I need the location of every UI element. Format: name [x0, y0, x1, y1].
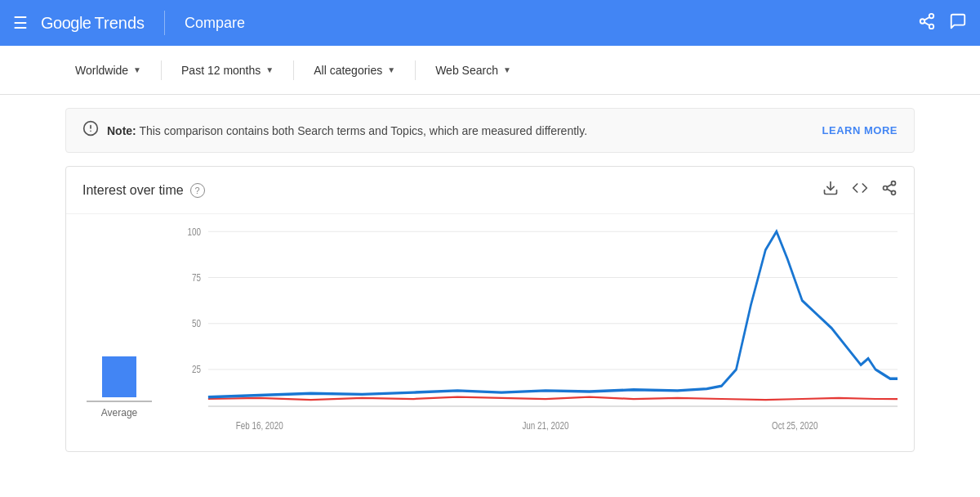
note-bold: Note: — [107, 124, 136, 137]
time-filter[interactable]: Past 12 months ▼ — [172, 57, 283, 83]
svg-text:Jun 21, 2020: Jun 21, 2020 — [522, 420, 568, 431]
chart-header-icons — [822, 180, 898, 200]
svg-text:100: 100 — [187, 226, 200, 237]
avg-bar-container: Average — [87, 356, 152, 419]
note-banner: Note: This comparison contains both Sear… — [65, 108, 915, 153]
chart-help-icon[interactable]: ? — [190, 183, 205, 198]
svg-line-3 — [924, 22, 929, 25]
red-trend-line — [208, 397, 898, 400]
search-type-filter[interactable]: Web Search ▼ — [425, 57, 521, 83]
region-filter[interactable]: Worldwide ▼ — [65, 57, 151, 83]
svg-text:Oct 25, 2020: Oct 25, 2020 — [772, 420, 818, 431]
chart-area: Average 100 75 50 25 — [66, 214, 914, 451]
embed-icon[interactable] — [852, 180, 868, 200]
header-divider — [164, 11, 165, 35]
chart-share-icon[interactable] — [881, 180, 898, 200]
category-filter[interactable]: All categories ▼ — [304, 57, 405, 83]
hamburger-menu-icon[interactable]: ☰ — [13, 13, 28, 33]
note-info-icon — [82, 120, 99, 141]
filter-bar: Worldwide ▼ Past 12 months ▼ All categor… — [0, 46, 980, 95]
page-title: Compare — [185, 15, 245, 32]
search-type-label: Web Search — [435, 64, 498, 77]
download-icon[interactable] — [822, 180, 839, 200]
time-arrow-icon: ▼ — [265, 65, 274, 74]
svg-text:50: 50 — [192, 318, 201, 329]
share-icon[interactable] — [918, 12, 936, 34]
chart-header: Interest over time ? — [66, 167, 914, 214]
svg-line-4 — [924, 16, 929, 20]
chart-legend-average: Average — [74, 222, 164, 443]
chart-section: Interest over time ? — [65, 166, 915, 452]
filter-separator-2 — [293, 60, 294, 80]
svg-line-12 — [887, 189, 892, 191]
note-text: Note: This comparison contains both Sear… — [107, 124, 814, 137]
svg-text:Feb 16, 2020: Feb 16, 2020 — [236, 420, 283, 431]
filter-separator-3 — [415, 60, 416, 80]
region-arrow-icon: ▼ — [133, 65, 141, 74]
category-arrow-icon: ▼ — [387, 65, 395, 74]
chart-main: 100 75 50 25 Feb 16, 2020 Jun 21, 2020 O… — [164, 222, 898, 443]
svg-text:25: 25 — [192, 364, 201, 374]
chart-svg: 100 75 50 25 Feb 16, 2020 Jun 21, 2020 O… — [164, 222, 898, 443]
time-label: Past 12 months — [181, 64, 261, 77]
avg-bar — [102, 356, 136, 397]
svg-text:75: 75 — [192, 272, 201, 283]
avg-line — [87, 401, 152, 402]
logo-trends-text: Trends — [95, 14, 145, 33]
logo-google-text: Google — [41, 14, 91, 33]
region-label: Worldwide — [75, 64, 128, 77]
search-type-arrow-icon: ▼ — [503, 65, 511, 74]
blue-trend-line — [208, 231, 898, 397]
svg-line-13 — [887, 184, 892, 186]
app-header: ☰ Google Trends Compare — [0, 0, 980, 46]
chart-title: Interest over time — [82, 183, 184, 198]
learn-more-link[interactable]: LEARN MORE — [822, 124, 898, 137]
category-label: All categories — [314, 64, 382, 77]
feedback-icon[interactable] — [949, 12, 967, 34]
header-action-icons — [918, 12, 967, 34]
filter-separator-1 — [161, 60, 162, 80]
app-logo: Google Trends — [41, 14, 145, 33]
note-body: This comparison contains both Search ter… — [136, 124, 587, 137]
avg-label: Average — [101, 407, 137, 419]
